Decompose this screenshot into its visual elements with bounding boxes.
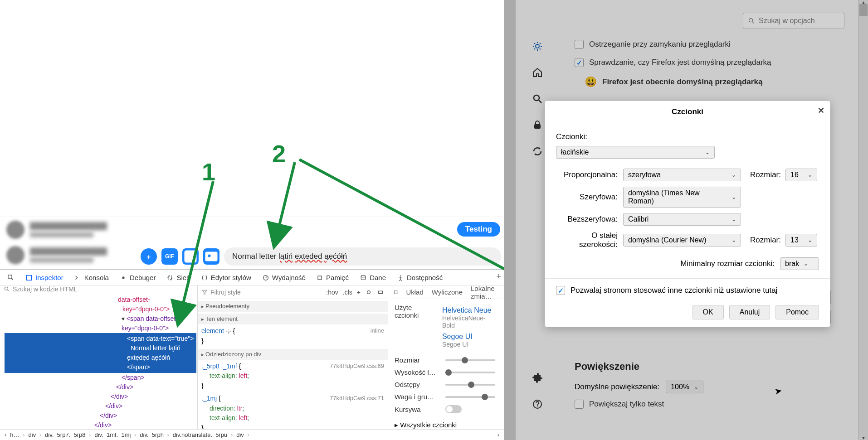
tab-console[interactable]: Konsola xyxy=(70,272,113,283)
tab-memory[interactable]: Pamięć xyxy=(312,272,353,283)
prop-label: Proporcjonalna: xyxy=(556,170,618,179)
add-rule[interactable]: + xyxy=(357,289,361,296)
crumb-arrow-left-icon[interactable]: ‹ xyxy=(4,431,7,438)
print-icon[interactable] xyxy=(377,289,384,296)
tab-debugger[interactable]: Debuger xyxy=(115,272,161,283)
scripts-select[interactable]: łacińskie⌄ xyxy=(556,146,715,159)
cat-pseudo[interactable]: Pseudoelementy xyxy=(198,301,388,312)
allow-page-fonts-checkbox[interactable]: Pozwalaj stronom stosować inne czcionki … xyxy=(556,286,819,295)
computed-tabs: Układ Wyliczone Lokalne zmia… xyxy=(388,285,504,299)
breadcrumb[interactable]: ‹ h… div div._5rp7._5rp8 div._1mf._1mj d… xyxy=(0,429,504,440)
plus-icon[interactable]: + xyxy=(141,248,157,265)
tab-accessibility[interactable]: Dostępność xyxy=(392,272,447,283)
filter-styles[interactable]: Filtruj style xyxy=(201,289,322,296)
serif-select[interactable]: domyślna (Times New Roman)⌄ xyxy=(623,187,741,208)
right-pane-firefox-options: Szukaj w opcjach Ostrzeganie przy zamyka… xyxy=(504,0,868,440)
funnel-icon xyxy=(201,289,208,295)
tab-changes[interactable]: Lokalne zmia… xyxy=(471,285,498,300)
svg-point-10 xyxy=(5,287,8,290)
tab-storage[interactable]: Dane xyxy=(355,272,390,283)
size-label: Rozmiar: xyxy=(750,170,781,179)
selected-node[interactable]: <span data-text="true"> Normal letter lą… xyxy=(5,333,196,373)
svg-point-5 xyxy=(122,276,124,279)
compose-input[interactable]: Normal letter lątiń exteded ąęćółń xyxy=(224,247,501,266)
left-pane-devtools-view: Testing + GIF Normal letter lątiń extede… xyxy=(0,0,504,440)
conversation-item[interactable] xyxy=(0,217,504,242)
hov-toggle[interactable]: :hov xyxy=(326,289,338,296)
chevron-down-icon: ⌄ xyxy=(808,172,812,178)
svg-rect-1 xyxy=(205,252,218,261)
search-icon xyxy=(4,286,10,292)
cancel-button[interactable]: Anuluj xyxy=(729,305,770,319)
size-slider[interactable]: Rozmiar xyxy=(395,356,497,364)
min-size-row: Minimalny rozmiar czcionki: brak⌄ xyxy=(556,257,819,270)
chevron-down-icon: ⌄ xyxy=(731,172,736,178)
fonts-dialog: Czcionki ✕ Czcionki: łacińskie⌄ Proporcj… xyxy=(545,101,830,327)
prop-size-select[interactable]: 16⌄ xyxy=(785,169,817,181)
font-name: Segoe UI xyxy=(442,333,497,341)
boxmodel-icon[interactable] xyxy=(394,289,398,296)
compose-text: Normal letter lątiń exteded ąęćółń xyxy=(232,252,347,261)
crumb-arrow-right-icon[interactable]: › xyxy=(497,431,500,438)
tab-performance[interactable]: Wydajność xyxy=(258,272,310,283)
all-fonts-header[interactable]: ▸ Wszystkie czcionki xyxy=(395,418,497,429)
css-rules-panel: Filtruj style :hov .cls + Pseudoelementy… xyxy=(198,285,388,429)
avatar xyxy=(6,246,24,264)
sticker-icon[interactable] xyxy=(182,248,199,265)
html-search[interactable]: Szukaj w kodzie HTML + xyxy=(0,285,197,293)
tab-network[interactable]: Sieć xyxy=(162,272,194,283)
close-icon[interactable]: ✕ xyxy=(818,106,824,116)
serif-row: Szeryfowa: domyślna (Times New Roman)⌄ xyxy=(556,187,819,208)
cat-inherit-div[interactable]: Odziedziczony po div xyxy=(198,349,388,360)
chevron-down-icon: ⌄ xyxy=(731,237,736,243)
element-picker-icon[interactable] xyxy=(3,272,19,283)
italic-toggle[interactable]: Kursywa xyxy=(395,405,497,413)
sans-label: Bezszeryfowa: xyxy=(556,215,618,224)
svg-rect-7 xyxy=(318,276,322,280)
mono-select[interactable]: domyślna (Courier New)⌄ xyxy=(623,234,741,247)
tab-inspector[interactable]: Inspektor xyxy=(21,272,68,283)
font-name: Helvetica Neue xyxy=(442,306,497,314)
svg-rect-0 xyxy=(185,251,197,263)
cat-this[interactable]: Ten element xyxy=(198,314,388,324)
divider xyxy=(545,278,830,279)
ok-button[interactable]: OK xyxy=(692,305,724,319)
css-rules[interactable]: Pseudoelementy Ten element inlineelement… xyxy=(198,299,388,429)
mono-size-label: Rozmiar: xyxy=(750,236,781,245)
dialog-title: Czcionki ✕ xyxy=(545,101,830,123)
help-button[interactable]: Pomoc xyxy=(775,305,819,319)
html-search-ph: Szukaj w kodzie HTML xyxy=(13,285,77,293)
photo-icon[interactable] xyxy=(203,248,219,265)
photo-icon xyxy=(203,248,219,265)
html-tree[interactable]: data-offset- key="dpqn-0-0"> ▾ <span dat… xyxy=(0,293,197,429)
proportional-select[interactable]: szeryfowa⌄ xyxy=(623,169,741,181)
mono-size-select[interactable]: 13⌄ xyxy=(785,234,817,247)
mono-row: O stałej szerokości: domyślna (Courier N… xyxy=(556,231,819,249)
devtools-tabs: Inspektor Konsola Debuger Sieć Edytor st… xyxy=(0,270,504,285)
html-panel: Szukaj w kodzie HTML + data-offset- key=… xyxy=(0,285,198,429)
tab-layout[interactable]: Układ xyxy=(406,288,423,296)
chevron-down-icon: ⌄ xyxy=(705,149,710,155)
svg-rect-14 xyxy=(395,290,397,293)
chevron-down-icon: ⌄ xyxy=(731,216,736,222)
fonts-panel: Użyte czcionki Helvetica Neue HelveticaN… xyxy=(388,299,504,429)
spacing-slider[interactable]: Odstępy xyxy=(395,381,497,388)
avatar xyxy=(6,221,24,239)
gif-icon[interactable]: GIF xyxy=(161,248,178,265)
svg-point-8 xyxy=(361,275,365,277)
min-size-select[interactable]: brak⌄ xyxy=(780,257,819,270)
compose-row: + GIF Normal letter lątiń exteded ąęćółń xyxy=(141,247,501,266)
light-icon[interactable] xyxy=(365,289,372,296)
dialog-buttons: OK Anuluj Pomoc xyxy=(556,305,819,319)
weight-slider[interactable]: Waga i gru… xyxy=(395,393,497,401)
sans-select[interactable]: Calibri⌄ xyxy=(623,213,741,226)
font-variant: Segoe UI xyxy=(442,341,497,348)
tab-computed[interactable]: Wyliczone xyxy=(432,288,463,296)
tab-style-editor[interactable]: Edytor stylów xyxy=(196,272,256,283)
testing-badge[interactable]: Testing xyxy=(457,222,500,237)
cls-toggle[interactable]: .cls xyxy=(343,289,352,296)
gear-icon[interactable] xyxy=(226,329,231,334)
sticker-icon xyxy=(182,248,199,265)
lineheight-slider[interactable]: Wysokość l… xyxy=(395,368,497,376)
used-fonts-header: Użyte czcionki xyxy=(395,304,430,349)
